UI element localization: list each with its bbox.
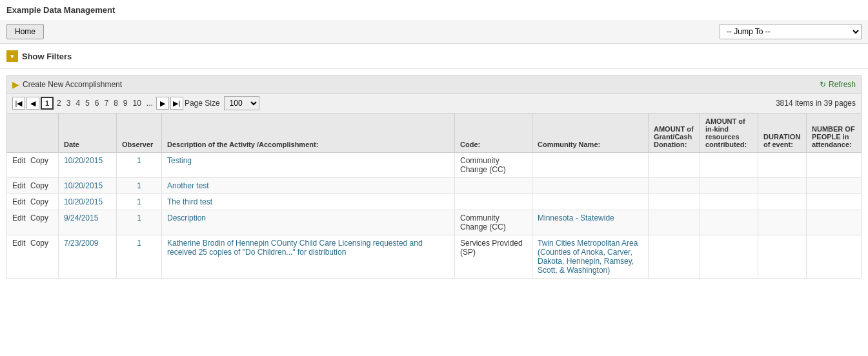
table-row: Edit Copy9/24/20151DescriptionCommunity … bbox=[7, 210, 862, 235]
home-button[interactable]: Home bbox=[6, 24, 44, 39]
observer-link[interactable]: 1 bbox=[137, 181, 141, 190]
amount-grant-cell bbox=[649, 178, 700, 194]
duration-cell bbox=[758, 153, 807, 178]
page-10[interactable]: 10 bbox=[131, 99, 143, 108]
amount-inkind-cell bbox=[700, 153, 758, 178]
toolbar: ▶ Create New Accomplishment ↻ Refresh bbox=[6, 75, 862, 93]
items-info: 3814 items in 39 pages bbox=[776, 99, 856, 108]
duration-cell bbox=[758, 210, 807, 235]
description-link[interactable]: The third test bbox=[167, 197, 212, 206]
create-accomplishment-button[interactable]: ▶ Create New Accomplishment bbox=[12, 79, 122, 90]
amount-inkind-cell bbox=[700, 210, 758, 235]
nav-bar: Home -- Jump To -- bbox=[0, 20, 868, 44]
create-icon: ▶ bbox=[12, 79, 19, 90]
col-header-description: Description of the Activity /Accomplishm… bbox=[162, 114, 455, 153]
page-9[interactable]: 9 bbox=[121, 99, 130, 108]
code-cell bbox=[455, 178, 532, 194]
col-header-duration: DURATION of event: bbox=[758, 114, 807, 153]
edit-link[interactable]: Edit bbox=[12, 213, 26, 222]
code-cell: Community Change (CC) bbox=[455, 210, 532, 235]
refresh-button[interactable]: ↻ Refresh bbox=[820, 80, 856, 89]
amount-inkind-cell bbox=[700, 194, 758, 210]
copy-link[interactable]: Copy bbox=[30, 197, 48, 206]
first-page-button[interactable]: |◀ bbox=[12, 97, 25, 110]
page-4[interactable]: 4 bbox=[74, 99, 82, 108]
jump-to-select[interactable]: -- Jump To -- bbox=[720, 24, 862, 39]
filter-toggle-icon: ▾ bbox=[10, 52, 14, 61]
description-link[interactable]: Another test bbox=[167, 181, 209, 190]
filters-section: ▾ Show Filters bbox=[0, 44, 868, 69]
prev-page-button[interactable]: ◀ bbox=[26, 97, 39, 110]
copy-link[interactable]: Copy bbox=[30, 239, 48, 248]
copy-link[interactable]: Copy bbox=[30, 213, 48, 222]
amount-inkind-cell bbox=[700, 235, 758, 279]
table-row: Edit Copy10/20/20151The third test bbox=[7, 194, 862, 210]
table-row: Edit Copy7/23/20091Katherine Brodin of H… bbox=[7, 235, 862, 279]
copy-link[interactable]: Copy bbox=[30, 181, 48, 190]
refresh-icon: ↻ bbox=[820, 80, 826, 89]
date-link[interactable]: 7/23/2009 bbox=[64, 239, 98, 248]
amount-grant-cell bbox=[649, 210, 700, 235]
edit-link[interactable]: Edit bbox=[12, 156, 26, 165]
refresh-label: Refresh bbox=[829, 80, 856, 89]
code-cell: Services Provided (SP) bbox=[455, 235, 532, 279]
amount-grant-cell bbox=[649, 153, 700, 178]
edit-link[interactable]: Edit bbox=[12, 239, 26, 248]
create-label: Create New Accomplishment bbox=[23, 80, 122, 89]
date-link[interactable]: 10/20/2015 bbox=[64, 181, 103, 190]
col-header-amount-grant: AMOUNT of Grant/Cash Donation: bbox=[649, 114, 700, 153]
data-table: Date Observer Description of the Activit… bbox=[6, 113, 862, 279]
date-link[interactable]: 10/20/2015 bbox=[64, 197, 103, 206]
last-page-button[interactable]: ▶| bbox=[170, 97, 183, 110]
page-3[interactable]: 3 bbox=[65, 99, 73, 108]
observer-link[interactable]: 1 bbox=[137, 239, 141, 248]
col-header-date: Date bbox=[59, 114, 117, 153]
col-header-actions bbox=[7, 114, 59, 153]
page-8[interactable]: 8 bbox=[112, 99, 120, 108]
observer-link[interactable]: 1 bbox=[137, 156, 141, 165]
duration-cell bbox=[758, 194, 807, 210]
description-link[interactable]: Testing bbox=[167, 156, 192, 165]
community-link[interactable]: Minnesota - Statewide bbox=[538, 213, 614, 222]
date-link[interactable]: 10/20/2015 bbox=[64, 156, 103, 165]
col-header-observer: Observer bbox=[117, 114, 162, 153]
community-link[interactable]: Twin Cities Metropolitan Area (Counties … bbox=[538, 239, 638, 275]
copy-link[interactable]: Copy bbox=[30, 156, 48, 165]
main-content: ▶ Create New Accomplishment ↻ Refresh |◀… bbox=[0, 75, 868, 285]
pagination-controls: |◀ ◀ 1 2 3 4 5 6 7 8 9 10 ... ▶ ▶| Page … bbox=[12, 96, 259, 110]
observer-link[interactable]: 1 bbox=[137, 213, 141, 222]
number-people-cell bbox=[807, 194, 862, 210]
page-5[interactable]: 5 bbox=[83, 99, 92, 108]
number-people-cell bbox=[807, 153, 862, 178]
duration-cell bbox=[758, 235, 807, 279]
description-link[interactable]: Katherine Brodin of Hennepin COunty Chil… bbox=[167, 239, 423, 257]
table-row: Edit Copy10/20/20151Another test bbox=[7, 178, 862, 194]
filter-toggle-button[interactable]: ▾ bbox=[6, 50, 18, 62]
edit-link[interactable]: Edit bbox=[12, 197, 26, 206]
number-people-cell bbox=[807, 178, 862, 194]
observer-link[interactable]: 1 bbox=[137, 197, 141, 206]
edit-link[interactable]: Edit bbox=[12, 181, 26, 190]
code-cell bbox=[455, 194, 532, 210]
page-6[interactable]: 6 bbox=[93, 99, 101, 108]
code-cell: Community Change (CC) bbox=[455, 153, 532, 178]
amount-grant-cell bbox=[649, 194, 700, 210]
page-2[interactable]: 2 bbox=[55, 99, 63, 108]
pagination-bar: |◀ ◀ 1 2 3 4 5 6 7 8 9 10 ... ▶ ▶| Page … bbox=[6, 93, 862, 113]
page-title: Example Data Management bbox=[0, 0, 868, 20]
col-header-community: Community Name: bbox=[532, 114, 649, 153]
jump-to-container: -- Jump To -- bbox=[720, 24, 862, 39]
next-page-button[interactable]: ▶ bbox=[156, 97, 169, 110]
number-people-cell bbox=[807, 210, 862, 235]
page-7[interactable]: 7 bbox=[102, 99, 110, 108]
table-row: Edit Copy10/20/20151TestingCommunity Cha… bbox=[7, 153, 862, 178]
amount-inkind-cell bbox=[700, 178, 758, 194]
page-size-label: Page Size 100 50 25 bbox=[185, 96, 259, 110]
date-link[interactable]: 9/24/2015 bbox=[64, 213, 98, 222]
col-header-amount-inkind: AMOUNT of in-kind resources contributed: bbox=[700, 114, 758, 153]
number-people-cell bbox=[807, 235, 862, 279]
duration-cell bbox=[758, 178, 807, 194]
page-1[interactable]: 1 bbox=[41, 97, 54, 110]
page-size-select[interactable]: 100 50 25 bbox=[224, 96, 259, 110]
description-link[interactable]: Description bbox=[167, 213, 206, 222]
